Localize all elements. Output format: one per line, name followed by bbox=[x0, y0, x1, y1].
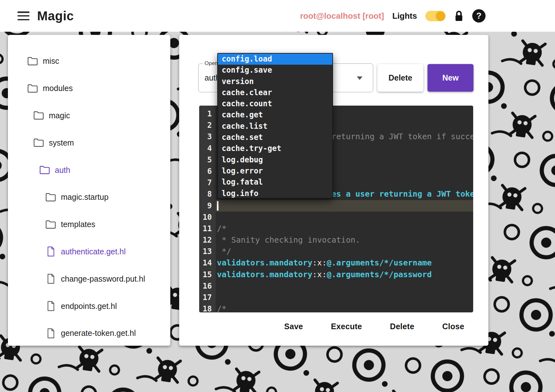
line-number: 14 bbox=[199, 257, 216, 269]
autocomplete-item[interactable]: cache.list bbox=[218, 121, 332, 132]
folder-icon bbox=[27, 57, 38, 66]
menu-icon[interactable] bbox=[17, 11, 29, 20]
tree-item-label: endpoints.get.hl bbox=[61, 302, 117, 311]
execute-button[interactable]: Execute bbox=[331, 322, 362, 331]
code-line[interactable] bbox=[216, 280, 473, 292]
autocomplete-dropdown: config.loadconfig.saveversioncache.clear… bbox=[217, 53, 333, 199]
folder-icon bbox=[33, 111, 44, 120]
code-line[interactable]: */ bbox=[216, 246, 473, 257]
file-icon bbox=[45, 274, 56, 284]
editor-actions: SaveExecuteDeleteClose bbox=[284, 322, 464, 331]
tree-item-generate-token.get.hl[interactable]: generate-token.get.hl bbox=[8, 320, 170, 346]
tree-item-label: magic.startup bbox=[61, 193, 108, 202]
line-number: 8 bbox=[199, 188, 216, 200]
file-icon bbox=[45, 246, 56, 257]
code-line[interactable] bbox=[216, 212, 473, 223]
file-icon bbox=[45, 328, 56, 338]
line-number: 12 bbox=[199, 234, 216, 246]
autocomplete-item[interactable]: cache.get bbox=[218, 109, 332, 121]
tree-item-magic[interactable]: magic bbox=[8, 102, 170, 129]
autocomplete-item[interactable]: config.save bbox=[218, 65, 332, 76]
autocomplete-item[interactable]: cache.set bbox=[218, 132, 332, 143]
line-number: 18 bbox=[199, 303, 216, 312]
folder-icon bbox=[27, 84, 38, 93]
text-caret bbox=[217, 201, 219, 211]
folder-icon bbox=[33, 138, 44, 147]
code-line[interactable]: validators.mandatory:x:@.arguments/*/use… bbox=[216, 257, 473, 269]
line-number: 6 bbox=[199, 166, 216, 177]
file-explorer: miscmodulesmagicsystemauthmagic.startupt… bbox=[8, 35, 170, 346]
line-number: 15 bbox=[199, 269, 216, 280]
line-number: 17 bbox=[199, 292, 216, 303]
autocomplete-item[interactable]: log.error bbox=[218, 166, 332, 177]
tree-item-label: misc bbox=[43, 56, 59, 66]
lights-label: Lights bbox=[392, 11, 417, 21]
tree-item-label: templates bbox=[61, 220, 95, 229]
code-line[interactable] bbox=[216, 200, 473, 212]
close-button[interactable]: Close bbox=[442, 322, 464, 331]
top-bar: Magic root@localhost [root] Lights ? bbox=[0, 0, 555, 32]
line-number: 1 bbox=[199, 108, 216, 120]
line-number: 7 bbox=[199, 177, 216, 188]
lock-icon[interactable] bbox=[454, 10, 464, 22]
folder-icon bbox=[39, 166, 50, 174]
editor-panel: Open authenticate.get.hl Delete New 1234… bbox=[179, 35, 488, 346]
tree-item-label: system bbox=[49, 138, 74, 147]
tree-item-authenticate.get.hl[interactable]: authenticate.get.hl bbox=[8, 238, 170, 265]
tree-item-endpoints.get.hl[interactable]: endpoints.get.hl bbox=[8, 292, 170, 320]
autocomplete-item[interactable]: log.info bbox=[218, 188, 332, 199]
line-number: 10 bbox=[199, 212, 216, 223]
tree-item-misc[interactable]: misc bbox=[8, 48, 170, 75]
tree-item-label: generate-token.get.hl bbox=[61, 329, 136, 338]
line-number: 3 bbox=[199, 131, 216, 142]
line-number: 9 bbox=[199, 200, 216, 212]
logged-in-user: root@localhost [root] bbox=[300, 11, 384, 21]
tree-item-change-password.put.hl[interactable]: change-password.put.hl bbox=[8, 265, 170, 292]
tree-item-label: auth bbox=[55, 166, 70, 175]
autocomplete-item[interactable]: version bbox=[218, 76, 332, 87]
code-line[interactable]: validators.mandatory:x:@.arguments/*/pas… bbox=[216, 269, 473, 280]
autocomplete-item[interactable]: log.fatal bbox=[218, 177, 332, 188]
line-number: 5 bbox=[199, 154, 216, 166]
delete-button[interactable]: Delete bbox=[390, 322, 415, 331]
tree-item-templates[interactable]: templates bbox=[8, 211, 170, 238]
line-number: 13 bbox=[199, 246, 216, 257]
toggle-knob bbox=[436, 11, 445, 20]
tree-item-label: modules bbox=[43, 84, 73, 93]
tree-item-system[interactable]: system bbox=[8, 129, 170, 156]
top-bar-right: root@localhost [root] Lights ? bbox=[300, 0, 486, 32]
new-file-button[interactable]: New bbox=[428, 64, 473, 92]
line-number-gutter: 123456789101112131415161718 bbox=[199, 106, 216, 312]
code-line[interactable]: /* bbox=[216, 303, 473, 312]
folder-icon bbox=[45, 220, 56, 229]
delete-file-button[interactable]: Delete bbox=[377, 64, 423, 92]
chevron-down-icon bbox=[357, 76, 362, 80]
file-icon bbox=[45, 301, 56, 311]
tree-item-label: change-password.put.hl bbox=[61, 274, 145, 284]
autocomplete-item[interactable]: cache.clear bbox=[218, 87, 332, 98]
tree-item-auth[interactable]: auth bbox=[8, 156, 170, 184]
code-line[interactable]: * Sanity checking invocation. bbox=[216, 234, 473, 246]
tree-item-magic.startup[interactable]: magic.startup bbox=[8, 184, 170, 211]
lights-toggle[interactable] bbox=[425, 11, 446, 21]
line-number: 4 bbox=[199, 143, 216, 154]
autocomplete-item[interactable]: config.load bbox=[218, 54, 332, 65]
tree-item-label: authenticate.get.hl bbox=[61, 247, 126, 256]
autocomplete-item[interactable]: cache.count bbox=[218, 98, 332, 109]
line-number: 11 bbox=[199, 223, 216, 234]
folder-icon bbox=[45, 193, 56, 202]
code-line[interactable] bbox=[216, 292, 473, 303]
autocomplete-item[interactable]: cache.try-get bbox=[218, 143, 332, 154]
line-number: 16 bbox=[199, 280, 216, 292]
app-title: Magic bbox=[37, 9, 74, 23]
save-button[interactable]: Save bbox=[284, 322, 303, 331]
tree-item-modules[interactable]: modules bbox=[8, 75, 170, 102]
help-icon[interactable]: ? bbox=[472, 9, 486, 23]
code-line[interactable]: /* bbox=[216, 223, 473, 234]
tree-item-label: magic bbox=[49, 111, 70, 120]
line-number: 2 bbox=[199, 120, 216, 131]
autocomplete-item[interactable]: log.debug bbox=[218, 154, 332, 166]
